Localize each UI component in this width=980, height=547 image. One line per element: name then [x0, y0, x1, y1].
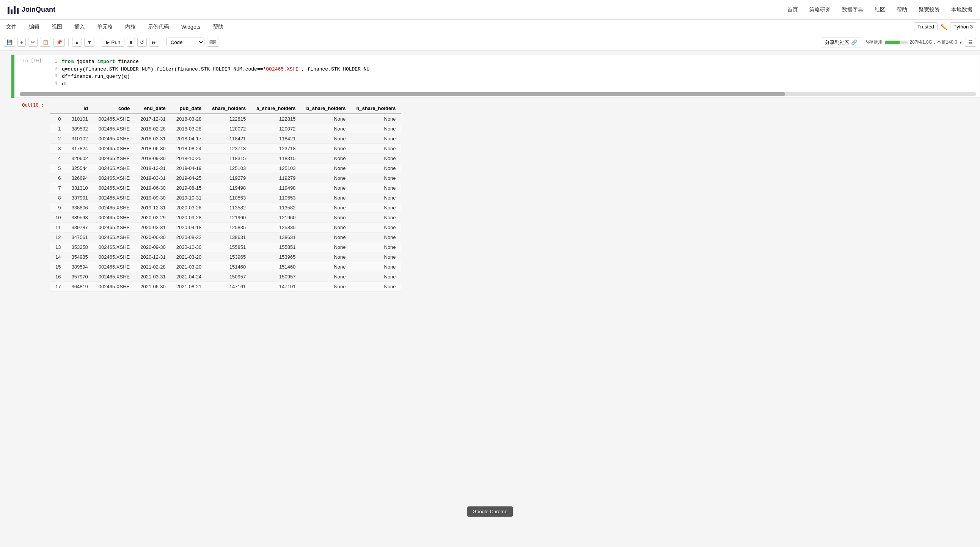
nav-item-invest[interactable]: 聚宽投资 — [919, 5, 940, 15]
cell-code: 002465.XSHE — [93, 213, 135, 223]
cell-code: 002465.XSHE — [93, 282, 135, 292]
share-button[interactable]: 分享到社区 🔗 — [821, 38, 861, 48]
cell-end-date: 2018-09-30 — [135, 154, 171, 164]
menu-file[interactable]: 文件 — [4, 22, 19, 32]
horizontal-scrollbar[interactable] — [20, 92, 976, 96]
cell-share-holders: 110553 — [207, 193, 251, 203]
cell-id: 310102 — [66, 134, 93, 144]
cell-pub-date: 2020-08-22 — [171, 232, 207, 242]
code-area[interactable]: 1 from jqdata import finance 2 q — [47, 55, 980, 91]
cell-a-share: 119498 — [251, 183, 301, 193]
cell-idx: 14 — [50, 252, 66, 262]
cell-code: 002465.XSHE — [93, 124, 135, 134]
cell-pub-date: 2019-08-15 — [171, 183, 207, 193]
cell-code: 002465.XSHE — [93, 262, 135, 272]
cell-end-date: 2018-06-30 — [135, 144, 171, 154]
cell-id: 347561 — [66, 232, 93, 242]
cell-share-holders: 150957 — [207, 272, 251, 282]
play-icon: ▶ — [106, 40, 110, 45]
menu-help[interactable]: 帮助 — [210, 22, 226, 32]
nav-item-help[interactable]: 帮助 — [897, 5, 907, 15]
left-sidebar — [0, 51, 11, 301]
toolbar-right: Trusted ✏️ Python 3 — [914, 22, 976, 31]
edit-icon[interactable]: ✏️ — [940, 24, 947, 30]
chevron-down-icon[interactable]: ▾ — [959, 40, 962, 45]
menu-view[interactable]: 视图 — [49, 22, 64, 32]
cell-output-number: Out[10]: — [16, 99, 46, 296]
notebook-menu: 文件 编辑 视图 插入 单元格 内核 示例代码 Widgets 帮助 Trust… — [0, 20, 980, 34]
table-row: 11 339787 002465.XSHE 2020-03-31 2020-04… — [50, 223, 401, 232]
restart-button[interactable]: ↺ — [137, 38, 147, 47]
cell-b-share: None — [301, 183, 351, 193]
paste-button[interactable]: 📌 — [54, 38, 65, 47]
move-up-button[interactable]: ▲ — [72, 38, 82, 47]
table-header-row: id code end_date pub_date share_holders … — [50, 103, 401, 114]
cut-button[interactable]: ✂ — [28, 38, 38, 47]
menu-kernel[interactable]: 内核 — [123, 22, 138, 32]
menu-edit[interactable]: 编辑 — [27, 22, 42, 32]
copy-button[interactable]: 📋 — [40, 38, 51, 47]
nav-item-strategy[interactable]: 策略研究 — [809, 5, 830, 15]
cell-idx: 3 — [50, 144, 66, 154]
output-cell: Out[10]: id code end_date pub_date — [11, 99, 980, 296]
run-label: Run — [111, 40, 120, 45]
code-line-2: 2 q=query(finance.STK_HOLDER_NUM).filter… — [50, 66, 977, 73]
table-row: 2 310102 002465.XSHE 2018-03-31 2018-04-… — [50, 134, 401, 144]
cell-id: 320602 — [66, 154, 93, 164]
share-label: 分享到社区 — [825, 39, 850, 46]
cell-pub-date: 2020-10-30 — [171, 242, 207, 252]
cell-id: 354985 — [66, 252, 93, 262]
menu-widgets[interactable]: Widgets — [179, 22, 203, 32]
add-cell-button[interactable]: + — [18, 38, 26, 47]
restart-run-button[interactable]: ⏭ — [149, 38, 159, 47]
cell-code: 002465.XSHE — [93, 252, 135, 262]
keyword-import: import — [97, 59, 115, 65]
cell-pub-date: 2021-08-21 — [171, 282, 207, 292]
cell-code: 002465.XSHE — [93, 272, 135, 282]
cell-active-bar — [11, 55, 14, 98]
cell-h-share: None — [351, 114, 401, 124]
nav-item-home[interactable]: 首页 — [788, 5, 798, 15]
cell-b-share: None — [301, 193, 351, 203]
menu-cell[interactable]: 单元格 — [95, 22, 115, 32]
cell-end-date: 2019-03-31 — [135, 173, 171, 183]
save-button[interactable]: 💾 — [4, 38, 15, 47]
col-idx — [50, 103, 66, 114]
menu-examples[interactable]: 示例代码 — [146, 22, 172, 32]
cell-b-share: None — [301, 213, 351, 223]
cell-b-share: None — [301, 242, 351, 252]
cell-content[interactable]: In [10]: 1 from jqdata import finance — [16, 55, 980, 98]
cell-a-share: 123718 — [251, 144, 301, 154]
cell-share-holders: 118315 — [207, 154, 251, 164]
top-nav-items: 首页 策略研究 数据字典 社区 帮助 聚宽投资 本地数据 — [788, 5, 972, 15]
run-button[interactable]: ▶ Run — [102, 38, 124, 47]
cell-a-share: 120072 — [251, 124, 301, 134]
table-row: 5 325544 002465.XSHE 2018-12-31 2019-04-… — [50, 164, 401, 173]
cell-h-share: None — [351, 252, 401, 262]
nav-item-local[interactable]: 本地数据 — [951, 5, 972, 15]
menu-insert[interactable]: 插入 — [72, 22, 87, 32]
cell-id: 325544 — [66, 164, 93, 173]
cell-pub-date: 2018-03-28 — [171, 114, 207, 124]
nav-item-community[interactable]: 社区 — [875, 5, 885, 15]
trusted-button[interactable]: Trusted — [914, 22, 937, 31]
logo[interactable]: JoinQuant — [8, 6, 56, 14]
cell-id: 357970 — [66, 272, 93, 282]
cell-b-share: None — [301, 223, 351, 232]
table-row: 1 389592 002465.XSHE 2018-02-28 2018-03-… — [50, 124, 401, 134]
cell-h-share: None — [351, 282, 401, 292]
col-b-share: b_share_holders — [301, 103, 351, 114]
cell-a-share: 155851 — [251, 242, 301, 252]
logo-icon — [8, 6, 19, 14]
cell-h-share: None — [351, 232, 401, 242]
move-down-button[interactable]: ▼ — [84, 38, 94, 47]
cell-type-select[interactable]: Code — [167, 38, 204, 47]
cell-idx: 10 — [50, 213, 66, 223]
stop-button[interactable]: ■ — [127, 38, 135, 47]
hamburger-button[interactable]: ☰ — [965, 38, 976, 47]
keyboard-button[interactable]: ⌨ — [207, 38, 219, 47]
cell-pub-date: 2019-04-19 — [171, 164, 207, 173]
cell-h-share: None — [351, 134, 401, 144]
nav-item-data-dict[interactable]: 数据字典 — [842, 5, 863, 15]
cell-id: 338806 — [66, 203, 93, 213]
